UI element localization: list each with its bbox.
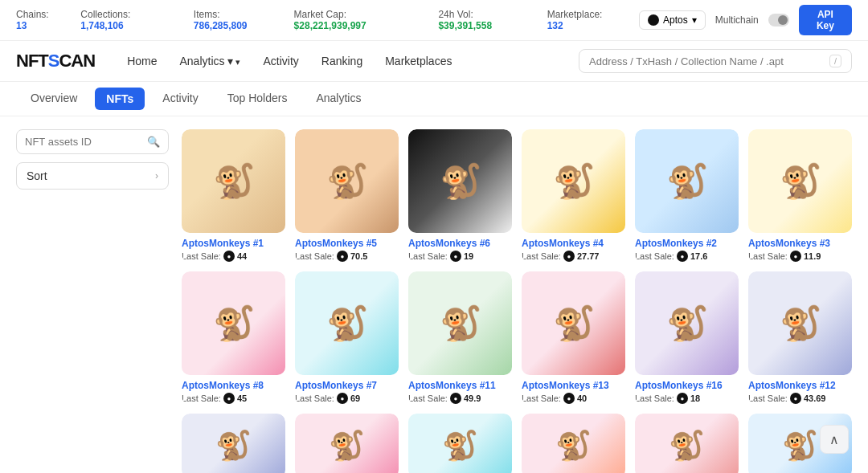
nft-image-10: 🐒 — [522, 271, 625, 375]
nft-card-2[interactable]: 🐒 AptosMonkeys #5 Last Sale: ● 70.5 — [295, 129, 399, 262]
nft-card-17[interactable]: 🐒 — [635, 414, 739, 473]
nft-name-1: AptosMonkeys #1 — [182, 238, 285, 249]
apt-icon: ● — [790, 251, 801, 262]
nft-card-9[interactable]: 🐒 AptosMonkeys #11 Last Sale: ● 49.9 — [408, 271, 512, 404]
tab-overview[interactable]: Overview — [16, 82, 92, 116]
nav-home[interactable]: Home — [127, 55, 157, 67]
nft-image-7: 🐒 — [182, 271, 285, 375]
apt-icon: ● — [677, 393, 688, 404]
nft-image-5: 🐒 — [635, 129, 739, 233]
nft-image-17: 🐒 — [635, 414, 739, 473]
nft-card-7[interactable]: 🐒 AptosMonkeys #8 Last Sale: ● 45 — [182, 271, 285, 404]
api-key-button[interactable]: API Key — [799, 5, 852, 35]
nft-sale-12: Last Sale: ● 43.69 — [748, 393, 852, 404]
apt-icon: ● — [677, 251, 688, 262]
apt-icon: ● — [563, 393, 575, 404]
tab-activity[interactable]: Activity — [148, 82, 212, 116]
search-icon[interactable]: 🔍 — [147, 136, 160, 148]
nft-name-6: AptosMonkeys #3 — [748, 238, 852, 249]
nft-card-11[interactable]: 🐒 AptosMonkeys #16 Last Sale: ● 18 — [635, 271, 739, 404]
nft-card-1[interactable]: 🐒 AptosMonkeys #1 Last Sale: ● 44 — [182, 129, 285, 262]
nft-card-5[interactable]: 🐒 AptosMonkeys #2 Last Sale: ● 17.6 — [635, 129, 739, 262]
chains-stat: Chains: 13 — [16, 9, 61, 31]
nft-card-14[interactable]: 🐒 — [295, 414, 399, 473]
apt-icon: ● — [563, 251, 575, 262]
apt-icon: ● — [450, 393, 461, 404]
nft-name-8: AptosMonkeys #7 — [295, 380, 399, 391]
nft-image-6: 🐒 — [748, 129, 852, 233]
market-cap-stat: Market Cap: $28,221,939,997 — [294, 9, 420, 31]
nft-card-3[interactable]: 🐒 AptosMonkeys #6 Last Sale: ● 19 — [408, 129, 512, 262]
tab-analytics[interactable]: Analytics — [301, 82, 375, 116]
nft-name-3: AptosMonkeys #6 — [408, 238, 512, 249]
nft-card-4[interactable]: 🐒 AptosMonkeys #4 Last Sale: ● 27.77 — [522, 129, 625, 262]
nav-marketplaces[interactable]: Marketplaces — [385, 55, 452, 67]
nft-card-12[interactable]: 🐒 AptosMonkeys #12 Last Sale: ● 43.69 — [748, 271, 852, 404]
nft-name-10: AptosMonkeys #13 — [522, 380, 625, 391]
nft-sale-2: Last Sale: ● 70.5 — [295, 251, 399, 262]
nft-name-12: AptosMonkeys #12 — [748, 380, 852, 391]
nft-name-9: AptosMonkeys #11 — [408, 380, 512, 391]
apt-icon: ● — [337, 393, 348, 404]
nft-sale-7: Last Sale: ● 45 — [182, 393, 285, 404]
nft-image-11: 🐒 — [635, 271, 739, 375]
nft-image-4: 🐒 — [522, 129, 625, 233]
nft-card-10[interactable]: 🐒 AptosMonkeys #13 Last Sale: ● 40 — [522, 271, 625, 404]
nft-sale-1: Last Sale: ● 44 — [182, 251, 285, 262]
nft-grid-area: 🐒 AptosMonkeys #1 Last Sale: ● 44 🐒 Apto… — [182, 129, 852, 473]
tab-nfts[interactable]: NFTs — [95, 88, 145, 110]
nft-sale-4: Last Sale: ● 27.77 — [522, 251, 625, 262]
nav-ranking[interactable]: Ranking — [321, 55, 362, 67]
nft-image-13: 🐒 — [182, 414, 285, 473]
nft-image-14: 🐒 — [295, 414, 399, 473]
nft-image-2: 🐒 — [295, 129, 399, 233]
nav-analytics[interactable]: Analytics ▾ — [179, 55, 240, 67]
nft-card-13[interactable]: 🐒 — [182, 414, 285, 473]
nft-name-5: AptosMonkeys #2 — [635, 238, 739, 249]
nft-image-12: 🐒 — [748, 271, 852, 375]
tab-top-holders[interactable]: Top Holders — [213, 82, 302, 116]
collections-stat: Collections: 1,748,106 — [80, 9, 174, 31]
nft-grid-row-3: 🐒 🐒 🐒 🐒 🐒 — [182, 414, 852, 473]
nft-card-6[interactable]: 🐒 AptosMonkeys #3 Last Sale: ● 11.9 — [748, 129, 852, 262]
apt-icon: ● — [450, 251, 461, 262]
stats-bar-right: Aptos ▾ Multichain API Key — [639, 5, 852, 35]
sort-dropdown[interactable]: Sort › — [16, 162, 169, 190]
scroll-up-button[interactable]: ∧ — [820, 425, 849, 454]
nav-activity[interactable]: Activity — [263, 55, 298, 67]
nft-grid-row-1: 🐒 AptosMonkeys #1 Last Sale: ● 44 🐒 Apto… — [182, 129, 852, 262]
global-search-input[interactable] — [589, 55, 823, 67]
sub-tabs: Overview NFTs Activity Top Holders Analy… — [0, 82, 868, 116]
nft-image-8: 🐒 — [295, 271, 399, 375]
main-content: 🔍 Sort › 🐒 AptosMonkeys #1 Last Sale: ● … — [0, 116, 868, 473]
theme-toggle[interactable] — [768, 14, 789, 27]
nft-sale-11: Last Sale: ● 18 — [635, 393, 739, 404]
site-logo[interactable]: NFTSCAN — [16, 51, 95, 71]
nft-name-2: AptosMonkeys #5 — [295, 238, 399, 249]
search-slash-icon: / — [829, 55, 841, 67]
stats-bar: Chains: 13 Collections: 1,748,106 Items:… — [0, 0, 868, 41]
chevron-right-icon: › — [155, 170, 158, 181]
nft-sale-5: Last Sale: ● 17.6 — [635, 251, 739, 262]
nft-grid-row-2: 🐒 AptosMonkeys #8 Last Sale: ● 45 🐒 Apto… — [182, 271, 852, 404]
nft-card-16[interactable]: 🐒 — [522, 414, 625, 473]
aptos-button[interactable]: Aptos ▾ — [639, 10, 706, 30]
global-search-bar[interactable]: / — [579, 49, 852, 73]
nft-image-9: 🐒 — [408, 271, 512, 375]
nft-card-15[interactable]: 🐒 — [408, 414, 512, 473]
vol-stat: 24h Vol: $39,391,558 — [438, 9, 527, 31]
nft-sale-3: Last Sale: ● 19 — [408, 251, 512, 262]
nav-links: Home Analytics ▾ Activity Ranking Market… — [127, 55, 452, 67]
nft-name-7: AptosMonkeys #8 — [182, 380, 285, 391]
nft-search-bar[interactable]: 🔍 — [16, 129, 169, 154]
marketplace-stat: Marketplace: 132 — [547, 9, 620, 31]
sort-label: Sort — [27, 169, 47, 182]
items-stat: Items: 786,285,809 — [194, 9, 275, 31]
nft-search-input[interactable] — [25, 136, 142, 148]
nft-card-8[interactable]: 🐒 AptosMonkeys #7 Last Sale: ● 69 — [295, 271, 399, 404]
nft-sale-6: Last Sale: ● 11.9 — [748, 251, 852, 262]
nft-sale-8: Last Sale: ● 69 — [295, 393, 399, 404]
navbar: NFTSCAN Home Analytics ▾ Activity Rankin… — [0, 41, 868, 82]
nft-image-1: 🐒 — [182, 129, 285, 233]
nft-name-11: AptosMonkeys #16 — [635, 380, 739, 391]
